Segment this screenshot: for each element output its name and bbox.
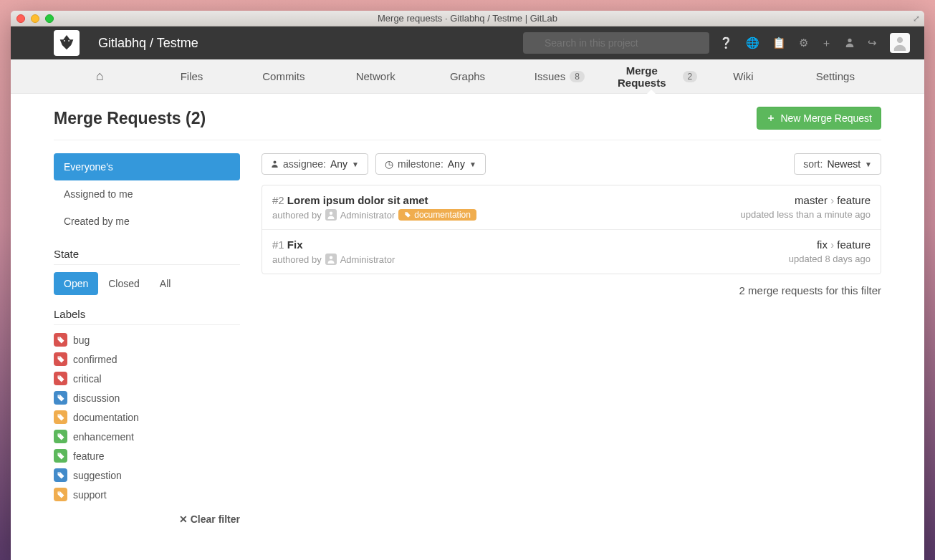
- result-count: 2 merge requests for this filter: [262, 284, 881, 296]
- resize-icon: ⤢: [913, 14, 920, 24]
- help-icon[interactable]: ❔: [719, 37, 733, 49]
- merge-request-item[interactable]: #2 Lorem ipsum dolor sit ametauthored by…: [262, 185, 881, 230]
- milestone-filter[interactable]: ◷ milestone: Any ▼: [375, 153, 486, 175]
- state-heading: State: [54, 248, 240, 265]
- user-avatar[interactable]: [890, 33, 910, 53]
- clipboard-icon[interactable]: 📋: [772, 37, 786, 49]
- project-breadcrumb: Gitlabhq / Testme: [98, 36, 198, 51]
- mr-title-text: Lorem ipsum dolor sit amet: [287, 194, 428, 206]
- target-branch: feature: [837, 194, 871, 206]
- target-branch: feature: [837, 238, 871, 251]
- mr-title-text: Fix: [287, 238, 303, 251]
- label-filter-suggestion[interactable]: suggestion: [54, 468, 240, 483]
- clock-icon: ◷: [385, 158, 393, 170]
- state-open[interactable]: Open: [54, 272, 98, 295]
- label-filter-bug[interactable]: bug: [54, 332, 240, 347]
- label-filter-discussion[interactable]: discussion: [54, 390, 240, 405]
- label-filter-documentation[interactable]: documentation: [54, 410, 240, 425]
- new-merge-request-button[interactable]: ＋ New Merge Request: [757, 107, 881, 130]
- page-header: Merge Requests (2) ＋ New Merge Request: [54, 107, 881, 140]
- label-filter-support[interactable]: support: [54, 487, 240, 502]
- label-filter-enhancement[interactable]: enhancement: [54, 429, 240, 444]
- scope-assigned-to-me[interactable]: Assigned to me: [54, 180, 240, 208]
- label-name: discussion: [73, 392, 120, 404]
- tag-icon: [54, 372, 67, 385]
- window-titlebar: Merge requests · Gitlabhq / Testme | Git…: [11, 11, 924, 26]
- author-avatar-icon: [325, 209, 337, 221]
- scope-created-by-me[interactable]: Created by me: [54, 208, 240, 235]
- label-name: confirmed: [73, 354, 117, 365]
- state-all[interactable]: All: [150, 272, 181, 295]
- close-icon: ✕: [179, 513, 188, 525]
- label-name: feature: [73, 450, 105, 462]
- filter-bar: assignee: Any ▼ ◷ milestone: Any ▼ sort:…: [262, 153, 881, 175]
- search-input[interactable]: [523, 32, 709, 54]
- user-icon: [271, 158, 279, 170]
- profile-icon[interactable]: [845, 37, 855, 49]
- project-owner-link[interactable]: Gitlabhq: [98, 36, 146, 50]
- authored-by-label: authored by: [272, 254, 322, 265]
- page-title: Merge Requests (2): [54, 109, 206, 128]
- assignee-filter[interactable]: assignee: Any ▼: [262, 153, 368, 175]
- label-name: suggestion: [73, 470, 122, 481]
- sidebar: Everyone's Assigned to me Created by me …: [54, 153, 240, 525]
- tag-icon: [54, 488, 67, 501]
- tag-icon: [54, 391, 67, 405]
- tab-home[interactable]: ⌂: [54, 59, 145, 94]
- mr-updated: updated 8 days ago: [789, 254, 871, 264]
- tab-settings[interactable]: Settings: [790, 59, 881, 94]
- mr-label-badge: documentation: [398, 209, 476, 221]
- label-filter-feature[interactable]: feature: [54, 448, 240, 463]
- close-window-button[interactable]: [16, 14, 25, 23]
- label-filter-confirmed[interactable]: confirmed: [54, 352, 240, 367]
- scope-everyones[interactable]: Everyone's: [54, 153, 240, 180]
- window-title: Merge requests · Gitlabhq / Testme | Git…: [11, 13, 924, 24]
- maximize-window-button[interactable]: [45, 14, 54, 23]
- top-navbar: Gitlabhq / Testme 🔍 ❔ 🌐 📋 ⚙ ＋ ↪: [11, 26, 924, 59]
- state-closed[interactable]: Closed: [98, 272, 150, 295]
- browser-window: Merge requests · Gitlabhq / Testme | Git…: [11, 11, 924, 560]
- issues-count-badge: 8: [570, 71, 585, 82]
- clear-filter-link[interactable]: ✕ Clear filter: [179, 513, 240, 525]
- minimize-window-button[interactable]: [31, 14, 39, 23]
- tab-files[interactable]: Files: [145, 59, 237, 94]
- tag-icon: [54, 430, 67, 443]
- author-avatar-icon: [325, 254, 337, 265]
- gitlab-logo[interactable]: [54, 30, 80, 56]
- tab-graphs[interactable]: Graphs: [421, 59, 513, 94]
- signout-icon[interactable]: ↪: [868, 37, 877, 49]
- labels-section: Labels bugconfirmedcriticaldiscussiondoc…: [54, 308, 240, 525]
- state-section: State Open Closed All: [54, 248, 240, 295]
- mr-author: Administrator: [340, 254, 395, 265]
- sort-filter[interactable]: sort: Newest ▼: [794, 153, 881, 175]
- svg-point-0: [64, 40, 65, 42]
- plus-icon: ＋: [766, 112, 776, 125]
- source-branch: fix: [817, 238, 828, 251]
- mr-updated: updated less than a minute ago: [741, 209, 871, 220]
- globe-icon[interactable]: 🌐: [746, 37, 759, 49]
- tab-wiki[interactable]: Wiki: [697, 59, 789, 94]
- merge-request-list: #2 Lorem ipsum dolor sit ametauthored by…: [262, 185, 881, 274]
- tab-merge-requests[interactable]: Merge Requests 2: [605, 59, 697, 94]
- settings-gears-icon[interactable]: ⚙: [799, 37, 808, 49]
- tag-icon: [54, 449, 67, 463]
- mr-id: #1: [272, 238, 284, 251]
- merge-request-item[interactable]: #1 Fixauthored by Administratorfix › fea…: [262, 230, 881, 274]
- label-name: documentation: [73, 412, 139, 423]
- tab-issues[interactable]: Issues 8: [514, 59, 605, 94]
- project-name-link[interactable]: Testme: [157, 36, 198, 50]
- new-project-icon[interactable]: ＋: [821, 37, 832, 50]
- search-wrap: 🔍: [523, 32, 709, 54]
- label-name: enhancement: [73, 431, 134, 443]
- label-filter-critical[interactable]: critical: [54, 371, 240, 386]
- mr-author: Administrator: [340, 210, 395, 221]
- tab-commits[interactable]: Commits: [238, 59, 330, 94]
- mr-count-badge: 2: [683, 71, 698, 82]
- labels-heading: Labels: [54, 308, 240, 325]
- mr-id: #2: [272, 194, 284, 206]
- chevron-right-icon: ›: [830, 194, 834, 206]
- tab-network[interactable]: Network: [330, 59, 421, 94]
- authored-by-label: authored by: [272, 210, 322, 221]
- chevron-down-icon: ▼: [865, 160, 872, 168]
- label-name: support: [73, 489, 107, 501]
